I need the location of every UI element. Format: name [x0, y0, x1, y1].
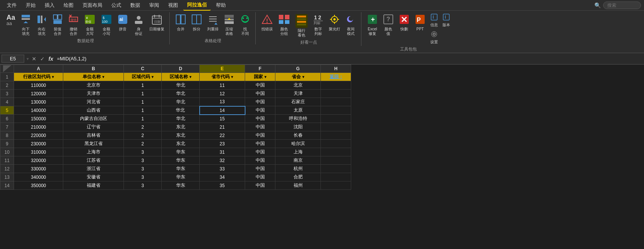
header-cell-h[interactable]: 返回 ↑	[321, 73, 351, 81]
header-cell-a[interactable]: 行政区划代码 ▾	[14, 73, 63, 81]
cell-a7[interactable]: 210000	[14, 123, 63, 131]
cell-c12[interactable]: 3	[124, 165, 162, 173]
cell-d5[interactable]: 华北	[162, 106, 200, 115]
num-col-btn[interactable]: 1 2 列标 数字列标	[311, 13, 325, 37]
cell-b11[interactable]: 江苏省	[63, 156, 124, 165]
color-val-btn[interactable]: ? 颜色值	[381, 13, 395, 37]
cell-e5[interactable]: 14	[200, 106, 245, 115]
cell-f10[interactable]: 中国	[245, 148, 275, 156]
cell-f11[interactable]: 中国	[245, 156, 275, 165]
cell-h12[interactable]	[321, 165, 351, 173]
header-cell-b[interactable]: 单位名称 ▾	[63, 73, 124, 81]
version-btn[interactable]: i 版本	[441, 13, 452, 28]
compress-btn[interactable]: 压缩表格	[222, 13, 236, 37]
col-header-c[interactable]: C	[124, 65, 162, 73]
cell-h7[interactable]	[321, 123, 351, 131]
fast-del-btn[interactable]: 快删	[397, 13, 411, 33]
cell-d13[interactable]: 华东	[162, 173, 200, 181]
cell-a12[interactable]: 330000	[14, 165, 63, 173]
cell-e11[interactable]: 32	[200, 156, 245, 165]
pinyin-btn[interactable]: ai 拼音	[116, 13, 130, 33]
info-btn[interactable]: i 信息	[429, 13, 439, 28]
cell-g6[interactable]: 呼和浩特	[275, 115, 321, 123]
insert-function-icon[interactable]: fx	[48, 56, 54, 62]
cell-c9[interactable]: 2	[124, 140, 162, 148]
cell-d7[interactable]: 东北	[162, 123, 200, 131]
cell-d4[interactable]: 华北	[162, 98, 200, 106]
cell-b14[interactable]: 福建省	[63, 181, 124, 190]
cell-b3[interactable]: 天津市	[63, 90, 124, 98]
cell-b9[interactable]: 黑龙江省	[63, 140, 124, 148]
cell-d10[interactable]: 华东	[162, 148, 200, 156]
cell-a14[interactable]: 350000	[14, 181, 63, 190]
cell-g5[interactable]: 太原	[275, 106, 321, 115]
cell-g3[interactable]: 天津	[275, 90, 321, 98]
cell-g4[interactable]: 石家庄	[275, 98, 321, 106]
cell-d6[interactable]: 华北	[162, 115, 200, 123]
cell-h8[interactable]	[321, 131, 351, 140]
undo-merge-btn[interactable]: 撤销 撤销合并	[66, 13, 81, 37]
cell-h13[interactable]	[321, 173, 351, 181]
cell-a3[interactable]: 120000	[14, 90, 63, 98]
cell-b5[interactable]: 山西省	[63, 106, 124, 115]
cell-g9[interactable]: 哈尔滨	[275, 140, 321, 148]
merge-btn[interactable]: 合并	[174, 13, 188, 33]
cell-f5[interactable]: 中国	[245, 106, 275, 115]
fill-right-btn[interactable]: 向右填充	[34, 13, 49, 37]
cancel-formula-icon[interactable]: ✕	[31, 56, 37, 62]
cell-c14[interactable]: 3	[124, 181, 162, 190]
menu-draw[interactable]: 绘图	[60, 0, 77, 10]
cell-e13[interactable]: 34	[200, 173, 245, 181]
cell-e8[interactable]: 22	[200, 131, 245, 140]
excel-fix-btn[interactable]: + Excel修复	[365, 13, 380, 37]
cell-f2[interactable]: 中国	[245, 81, 275, 90]
cell-b7[interactable]: 辽宁省	[63, 123, 124, 131]
date-fix-btn[interactable]: 日期 日期修复	[147, 13, 166, 33]
stay-merge-btn[interactable]: 留值合并	[50, 13, 65, 37]
cell-h3[interactable]	[321, 90, 351, 98]
cell-h10[interactable]	[321, 148, 351, 156]
cell-a10[interactable]: 310000	[14, 148, 63, 156]
amount-big-btn[interactable]: ¥ 壹佰 金额大写	[82, 13, 97, 37]
menu-alayibo[interactable]: 阿拉逸佰	[183, 0, 211, 11]
col-header-f[interactable]: F	[245, 65, 275, 73]
col-header-b[interactable]: B	[63, 65, 124, 73]
cell-c10[interactable]: 3	[124, 148, 162, 156]
cell-e4[interactable]: 13	[200, 98, 245, 106]
spotlight-btn[interactable]: 聚光灯	[327, 13, 342, 33]
cell-c6[interactable]: 1	[124, 115, 162, 123]
cell-c7[interactable]: 2	[124, 123, 162, 131]
cell-g2[interactable]: 北京	[275, 81, 321, 90]
cell-d9[interactable]: 东北	[162, 140, 200, 148]
cell-b8[interactable]: 吉林省	[63, 131, 124, 140]
cell-d8[interactable]: 东北	[162, 131, 200, 140]
fill-down-btn[interactable]: 向下填充	[19, 13, 33, 37]
cell-f4[interactable]: 中国	[245, 98, 275, 106]
menu-insert[interactable]: 插入	[41, 0, 58, 10]
find-error-btn[interactable]: 找错误	[259, 13, 275, 33]
cell-a6[interactable]: 150000	[14, 115, 63, 123]
cell-b13[interactable]: 安徽省	[63, 173, 124, 181]
cell-f9[interactable]: 中国	[245, 140, 275, 148]
cell-e7[interactable]: 21	[200, 123, 245, 131]
font-size-btn[interactable]: Aa aa	[5, 13, 17, 27]
header-cell-c[interactable]: 区域代码 ▾	[124, 73, 162, 81]
cell-d2[interactable]: 华北	[162, 81, 200, 90]
cell-h14[interactable]	[321, 181, 351, 190]
cell-f3[interactable]: 中国	[245, 90, 275, 98]
cell-a13[interactable]: 340000	[14, 173, 63, 181]
cell-b4[interactable]: 河北省	[63, 98, 124, 106]
cell-f13[interactable]: 中国	[245, 173, 275, 181]
cell-g10[interactable]: 上海	[275, 148, 321, 156]
confirm-formula-icon[interactable]: ✓	[39, 56, 45, 62]
cell-d14[interactable]: 华东	[162, 181, 200, 190]
cell-a5[interactable]: 140000	[14, 106, 63, 115]
menu-help[interactable]: 帮助	[212, 0, 230, 10]
cell-a4[interactable]: 130000	[14, 98, 63, 106]
cell-a11[interactable]: 320000	[14, 156, 63, 165]
cell-e12[interactable]: 33	[200, 165, 245, 173]
search-input[interactable]	[603, 2, 641, 9]
cell-h9[interactable]	[321, 140, 351, 148]
id-card-btn[interactable]: 身份证	[131, 13, 146, 37]
cell-e6[interactable]: 15	[200, 115, 245, 123]
